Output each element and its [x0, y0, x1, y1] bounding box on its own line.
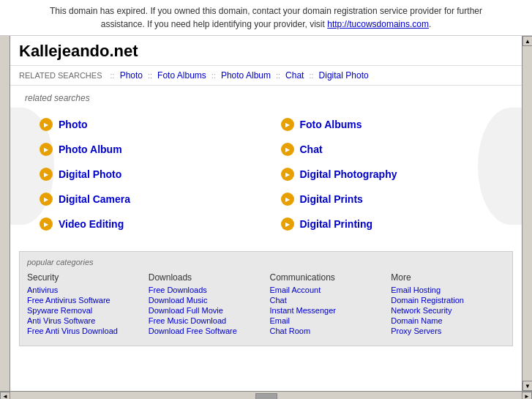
- scroll-right-button[interactable]: ►: [522, 392, 532, 400]
- link-download-music[interactable]: Download Music: [149, 296, 263, 305]
- scroll-thumb: [255, 393, 277, 400]
- notification-text-2: .: [429, 19, 431, 29]
- search-item-photo-album: Photo Album: [25, 137, 266, 162]
- search-item-digital-prints: Digital Prints: [266, 187, 508, 212]
- search-item-digital-printing: Digital Printing: [266, 212, 508, 236]
- pop-cat-downloads-header: Downloads: [149, 272, 263, 283]
- scroll-track-horizontal: [10, 392, 522, 399]
- search-grid: Photo Foto Albums Photo Album Chat: [25, 112, 507, 236]
- arrow-icon-photo-album: [40, 143, 53, 156]
- related-searches-label: RELATED SEARCHES: [19, 71, 102, 80]
- search-link-chat[interactable]: Chat: [300, 143, 323, 155]
- link-anti-virus-software[interactable]: Anti Virus Software: [27, 316, 141, 325]
- link-free-music-download[interactable]: Free Music Download: [149, 316, 263, 325]
- bar-link-foto-albums[interactable]: Foto Albums: [157, 70, 206, 81]
- search-link-digital-camera[interactable]: Digital Camera: [59, 193, 130, 205]
- pop-cat-more: More Email Hosting Domain Registration N…: [391, 272, 505, 337]
- bottom-scrollbar[interactable]: ◄ ►: [0, 391, 532, 399]
- site-title: Kallejeando.net: [10, 36, 522, 66]
- link-email-account[interactable]: Email Account: [270, 286, 384, 294]
- bar-link-photo[interactable]: Photo: [120, 70, 143, 81]
- scroll-down-button[interactable]: ▼: [522, 381, 532, 391]
- link-chat-room[interactable]: Chat Room: [270, 327, 384, 335]
- search-link-digital-photo[interactable]: Digital Photo: [59, 168, 121, 180]
- search-link-digital-photography[interactable]: Digital Photography: [300, 168, 397, 180]
- scroll-track-vertical: [522, 46, 532, 381]
- pop-cat-downloads: Downloads Free Downloads Download Music …: [149, 272, 263, 337]
- search-item-chat: Chat: [266, 137, 508, 162]
- popular-categories: popular categories Security Antivirus Fr…: [19, 251, 513, 346]
- pop-cat-security-header: Security: [27, 272, 141, 283]
- related-searches-bar: RELATED SEARCHES :: Photo :: Foto Albums…: [10, 66, 522, 86]
- search-item-foto-albums: Foto Albums: [266, 112, 508, 137]
- link-download-full-movie[interactable]: Download Full Movie: [149, 306, 263, 315]
- search-link-photo-album[interactable]: Photo Album: [59, 143, 122, 155]
- link-download-free-software[interactable]: Download Free Software: [149, 327, 263, 335]
- search-area: related searches Photo Foto Albums Photo…: [10, 86, 522, 244]
- arrow-icon-digital-photography: [281, 168, 294, 181]
- link-proxy-servers[interactable]: Proxy Servers: [391, 327, 505, 335]
- link-free-antivirus[interactable]: Free Antivirus Software: [27, 296, 141, 305]
- related-searches-subtitle: related searches: [25, 93, 507, 103]
- link-spyware[interactable]: Spyware Removal: [27, 306, 141, 315]
- left-scrollbar: [0, 36, 10, 391]
- arrow-icon-foto-albums: [281, 118, 294, 131]
- link-instant-messenger[interactable]: Instant Messenger: [270, 306, 384, 315]
- link-email[interactable]: Email: [270, 316, 384, 325]
- bar-link-photo-album[interactable]: Photo Album: [221, 70, 271, 81]
- link-chat[interactable]: Chat: [270, 296, 384, 305]
- popular-categories-title: popular categories: [27, 258, 505, 266]
- link-email-hosting[interactable]: Email Hosting: [391, 286, 505, 294]
- right-scrollbar[interactable]: ▲ ▼: [522, 36, 532, 391]
- link-free-downloads[interactable]: Free Downloads: [149, 286, 263, 294]
- popular-categories-grid: Security Antivirus Free Antivirus Softwa…: [27, 272, 505, 337]
- arrow-icon-photo: [40, 118, 53, 131]
- scroll-up-button[interactable]: ▲: [522, 36, 532, 46]
- sep-1: ::: [110, 71, 115, 80]
- arrow-icon-digital-printing: [281, 217, 294, 231]
- pop-cat-more-header: More: [391, 272, 505, 283]
- search-item-digital-photography: Digital Photography: [266, 162, 508, 187]
- search-item-video-editing: Video Editing: [25, 212, 266, 236]
- search-item-digital-camera: Digital Camera: [25, 187, 266, 212]
- search-link-digital-printing[interactable]: Digital Printing: [300, 218, 373, 230]
- arrow-icon-chat: [281, 143, 294, 156]
- bar-link-digital-photo[interactable]: Digital Photo: [319, 70, 369, 81]
- arrow-icon-digital-prints: [281, 193, 294, 206]
- top-notification-bar: This domain has expired. If you owned th…: [0, 0, 532, 36]
- bar-link-chat[interactable]: Chat: [285, 70, 304, 81]
- search-item-photo: Photo: [25, 112, 266, 137]
- search-link-digital-prints[interactable]: Digital Prints: [300, 193, 363, 205]
- pop-cat-communications-header: Communications: [270, 272, 384, 283]
- link-antivirus[interactable]: Antivirus: [27, 286, 141, 294]
- search-link-photo[interactable]: Photo: [59, 119, 88, 130]
- link-network-security[interactable]: Network Security: [391, 306, 505, 315]
- pop-cat-security: Security Antivirus Free Antivirus Softwa…: [27, 272, 141, 337]
- scroll-left-button[interactable]: ◄: [0, 392, 10, 400]
- link-domain-registration[interactable]: Domain Registration: [391, 296, 505, 305]
- search-link-video-editing[interactable]: Video Editing: [59, 218, 124, 230]
- link-domain-name[interactable]: Domain Name: [391, 316, 505, 325]
- arrow-icon-video-editing: [40, 217, 53, 231]
- tucows-link[interactable]: http://tucowsdomains.com: [327, 19, 429, 29]
- pop-cat-communications: Communications Email Account Chat Instan…: [270, 272, 384, 337]
- search-item-digital-photo: Digital Photo: [25, 162, 266, 187]
- arrow-icon-digital-camera: [40, 193, 53, 206]
- content-area: Kallejeando.net RELATED SEARCHES :: Phot…: [10, 36, 522, 391]
- link-free-anti-virus-download[interactable]: Free Anti Virus Download: [27, 327, 141, 335]
- search-link-foto-albums[interactable]: Foto Albums: [300, 119, 362, 130]
- arrow-icon-digital-photo: [40, 168, 53, 181]
